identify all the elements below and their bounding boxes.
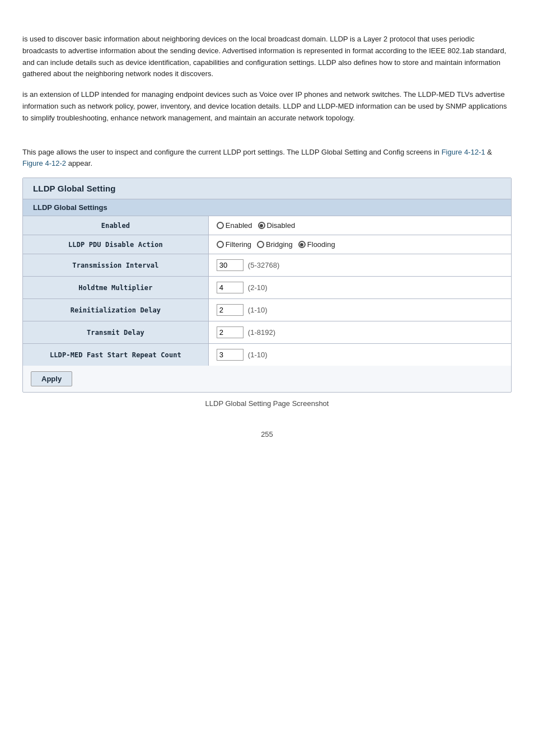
figure-link-1[interactable]: Figure 4-12-1: [442, 148, 485, 156]
row-value: EnabledDisabled: [208, 216, 511, 235]
radio-group: EnabledDisabled: [217, 221, 503, 230]
intro-section: is used to discover basic information ab…: [22, 34, 512, 124]
numeric-input[interactable]: [217, 259, 243, 271]
row-value: (1-10): [208, 344, 511, 366]
radio-label: Enabled: [226, 221, 252, 230]
row-value: FilteringBridgingFlooding: [208, 235, 511, 254]
row-label: LLDP PDU Disable Action: [23, 235, 208, 254]
row-value: (1-10): [208, 299, 511, 321]
radio-label: Disabled: [267, 221, 296, 230]
radio-unselected-icon: [217, 222, 224, 229]
intro-para1: is used to discover basic information ab…: [22, 34, 512, 80]
table-row: Holdtme Multiplier(2-10): [23, 277, 511, 299]
table-row: LLDP-MED Fast Start Repeat Count(1-10): [23, 344, 511, 366]
table-row: Transmit Delay(1-8192): [23, 321, 511, 344]
row-label: Enabled: [23, 216, 208, 235]
row-label: LLDP-MED Fast Start Repeat Count: [23, 344, 208, 366]
range-hint: (1-10): [248, 351, 268, 359]
radio-item[interactable]: Flooding: [298, 240, 335, 249]
lldp-global-setting-panel: LLDP Global Setting LLDP Global Settings…: [22, 178, 512, 393]
radio-label: Bridging: [266, 240, 293, 249]
row-value: (1-8192): [208, 321, 511, 344]
radio-selected-icon: [258, 222, 265, 229]
settings-table: EnabledEnabledDisabledLLDP PDU Disable A…: [23, 216, 511, 366]
radio-group: FilteringBridgingFlooding: [217, 240, 503, 249]
radio-selected-icon: [298, 241, 306, 248]
row-value: (5-32768): [208, 254, 511, 277]
table-row: LLDP PDU Disable ActionFilteringBridging…: [23, 235, 511, 254]
table-row: EnabledEnabledDisabled: [23, 216, 511, 235]
row-label: Holdtme Multiplier: [23, 277, 208, 299]
numeric-input[interactable]: [217, 326, 243, 338]
apply-button[interactable]: Apply: [31, 371, 72, 386]
page-number: 255: [22, 430, 512, 438]
row-label: Transmit Delay: [23, 321, 208, 344]
section-header: LLDP Global Settings: [23, 199, 511, 216]
range-hint: (1-10): [248, 306, 268, 314]
numeric-input[interactable]: [217, 349, 243, 361]
apply-button-container: Apply: [23, 366, 511, 392]
radio-unselected-icon: [257, 241, 264, 248]
numeric-input[interactable]: [217, 282, 243, 293]
radio-label: Flooding: [307, 240, 335, 249]
figure-link-2[interactable]: Figure 4-12-2: [22, 159, 66, 167]
radio-unselected-icon: [217, 241, 224, 248]
radio-item[interactable]: Enabled: [217, 221, 252, 230]
row-value: (2-10): [208, 277, 511, 299]
range-hint: (5-32768): [248, 261, 279, 269]
intro-para2: is an extension of LLDP intended for man…: [22, 89, 512, 124]
row-label: Transmission Interval: [23, 254, 208, 277]
panel-title: LLDP Global Setting: [23, 178, 511, 199]
table-row: Reinitialization Delay(1-10): [23, 299, 511, 321]
radio-item[interactable]: Bridging: [257, 240, 293, 249]
row-label: Reinitialization Delay: [23, 299, 208, 321]
table-row: Transmission Interval(5-32768): [23, 254, 511, 277]
radio-item[interactable]: Filtering: [217, 240, 251, 249]
numeric-input[interactable]: [217, 304, 243, 316]
radio-item[interactable]: Disabled: [258, 221, 296, 230]
screenshot-caption: LLDP Global Setting Page Screenshot: [22, 399, 512, 408]
range-hint: (1-8192): [248, 328, 275, 337]
range-hint: (2-10): [248, 283, 268, 292]
radio-label: Filtering: [226, 240, 251, 249]
page-description: This page allows the user to inspect and…: [22, 147, 512, 170]
